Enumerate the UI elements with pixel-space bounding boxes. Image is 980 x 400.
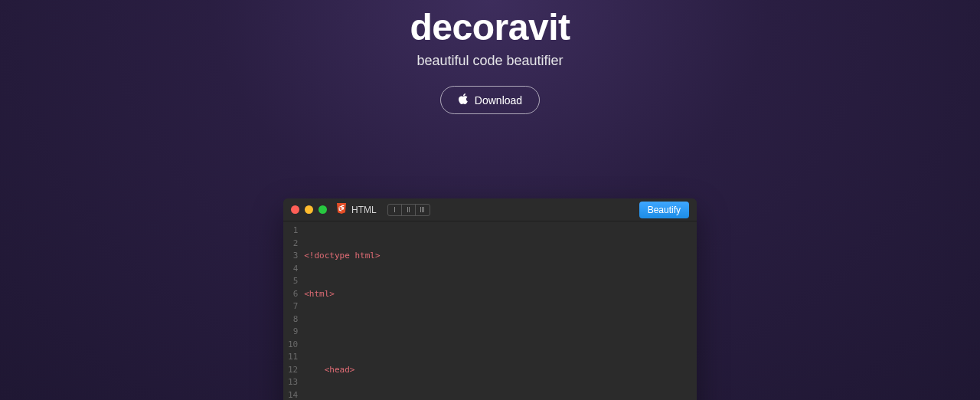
editor-window: HTML Beautify 12345678910111213141516171…	[283, 198, 697, 400]
html5-icon	[336, 202, 347, 218]
indent-option-3[interactable]	[416, 205, 430, 215]
window-controls	[291, 205, 327, 214]
indent-option-1[interactable]	[388, 205, 402, 215]
apple-icon	[458, 93, 469, 107]
minimize-icon[interactable]	[305, 205, 313, 214]
page-title: decoravit	[0, 6, 980, 48]
filetype-badge: HTML	[336, 202, 377, 218]
page-subtitle: beautiful code beautifier	[0, 53, 980, 69]
beautify-button[interactable]: Beautify	[639, 202, 689, 218]
maximize-icon[interactable]	[318, 205, 327, 214]
filetype-label: HTML	[351, 205, 377, 215]
titlebar: HTML Beautify	[283, 198, 697, 221]
editor-body: 1234567891011121314151617181920 <!doctyp…	[283, 221, 697, 400]
code-area[interactable]: <!doctype html> <html> <head> <meta char…	[304, 225, 603, 400]
indent-selector[interactable]	[387, 204, 430, 216]
line-gutter: 1234567891011121314151617181920	[283, 225, 304, 400]
indent-option-2[interactable]	[402, 205, 416, 215]
download-button[interactable]: Download	[440, 86, 540, 114]
close-icon[interactable]	[291, 205, 299, 214]
download-label: Download	[475, 94, 522, 107]
